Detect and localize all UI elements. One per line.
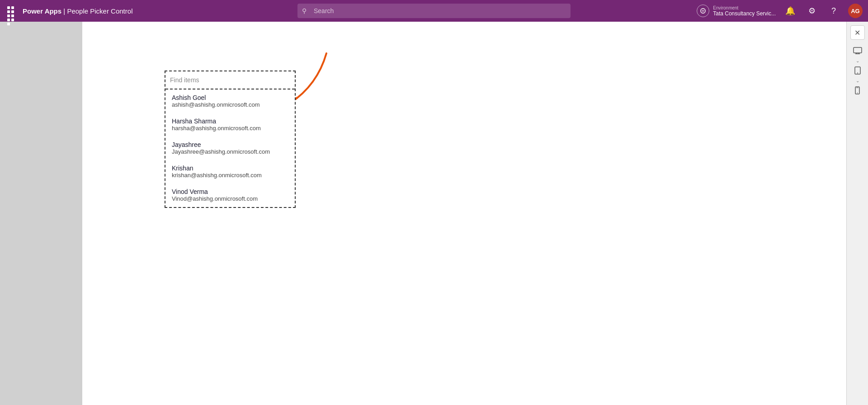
right-sidebar: ✕ ⌄ xyxy=(846,22,868,405)
close-panel-button[interactable]: ✕ xyxy=(850,25,865,40)
tablet-chevron-icon[interactable]: ⌄ xyxy=(856,79,859,83)
person-email: harsha@ashishg.onmicrosoft.com xyxy=(172,125,288,132)
desktop-icon xyxy=(853,47,862,56)
main-layout: Ashish Goel ashish@ashishg.onmicrosoft.c… xyxy=(0,22,868,405)
picker-panel: Ashish Goel ashish@ashishg.onmicrosoft.c… xyxy=(165,71,296,208)
bell-icon: 🔔 xyxy=(785,6,795,16)
list-item[interactable]: Vinod Verma Vinod@ashishg.onmicrosoft.co… xyxy=(165,184,295,207)
list-item[interactable]: Krishan krishan@ashishg.onmicrosoft.com xyxy=(165,160,295,184)
apps-grid-icon[interactable] xyxy=(5,5,18,17)
phone-view-group xyxy=(850,85,865,98)
close-icon: ✕ xyxy=(854,28,860,37)
notifications-button[interactable]: 🔔 xyxy=(783,4,797,18)
picker-list: Ashish Goel ashish@ashishg.onmicrosoft.c… xyxy=(165,89,295,207)
search-icon: ⚲ xyxy=(302,7,307,14)
person-email: Vinod@ashishg.onmicrosoft.com xyxy=(172,195,288,202)
desktop-chevron-icon[interactable]: ⌄ xyxy=(856,59,859,63)
person-name: Ashish Goel xyxy=(172,94,288,101)
phone-icon xyxy=(855,86,860,96)
tablet-view-button[interactable] xyxy=(850,65,865,78)
person-email: ashish@ashishg.onmicrosoft.com xyxy=(172,101,288,108)
desktop-view-button[interactable] xyxy=(850,45,865,58)
app-title: Power Apps | People Picker Control xyxy=(23,7,132,15)
find-items-input[interactable] xyxy=(170,76,290,84)
environment-icon xyxy=(697,5,709,17)
svg-point-8 xyxy=(857,93,858,94)
global-search[interactable]: ⚲ xyxy=(297,4,571,18)
person-email: Jayashree@ashishg.onmicrosoft.com xyxy=(172,148,288,155)
people-picker-widget: Ashish Goel ashish@ashishg.onmicrosoft.c… xyxy=(165,71,296,208)
list-item[interactable]: Harsha Sharma harsha@ashishg.onmicrosoft… xyxy=(165,113,295,137)
environment-selector[interactable]: Environment Tata Consultancy Servic... xyxy=(697,5,776,17)
help-button[interactable]: ? xyxy=(826,4,841,18)
left-sidebar xyxy=(0,22,82,405)
tablet-icon xyxy=(854,66,861,76)
user-avatar[interactable]: AG xyxy=(848,4,863,18)
settings-button[interactable]: ⚙ xyxy=(805,4,819,18)
canvas-area: Ashish Goel ashish@ashishg.onmicrosoft.c… xyxy=(82,22,846,405)
svg-point-6 xyxy=(857,73,858,74)
person-name: Harsha Sharma xyxy=(172,118,288,125)
top-navbar: Power Apps | People Picker Control ⚲ Env… xyxy=(0,0,868,22)
person-name: Krishan xyxy=(172,165,288,172)
list-item[interactable]: Ashish Goel ashish@ashishg.onmicrosoft.c… xyxy=(165,89,295,113)
desktop-view-group: ⌄ xyxy=(850,45,865,63)
search-input[interactable] xyxy=(297,4,571,18)
svg-rect-1 xyxy=(854,47,862,53)
person-name: Jayashree xyxy=(172,141,288,148)
phone-view-button[interactable] xyxy=(850,85,865,98)
list-item[interactable]: Jayashree Jayashree@ashishg.onmicrosoft.… xyxy=(165,137,295,160)
tablet-view-group: ⌄ xyxy=(850,65,865,83)
environment-text: Environment Tata Consultancy Servic... xyxy=(713,5,776,17)
navbar-right: Environment Tata Consultancy Servic... 🔔… xyxy=(697,4,863,18)
person-name: Vinod Verma xyxy=(172,188,288,195)
picker-input-row[interactable] xyxy=(165,71,295,89)
gear-icon: ⚙ xyxy=(808,6,816,16)
help-icon: ? xyxy=(831,6,836,16)
person-email: krishan@ashishg.onmicrosoft.com xyxy=(172,172,288,179)
